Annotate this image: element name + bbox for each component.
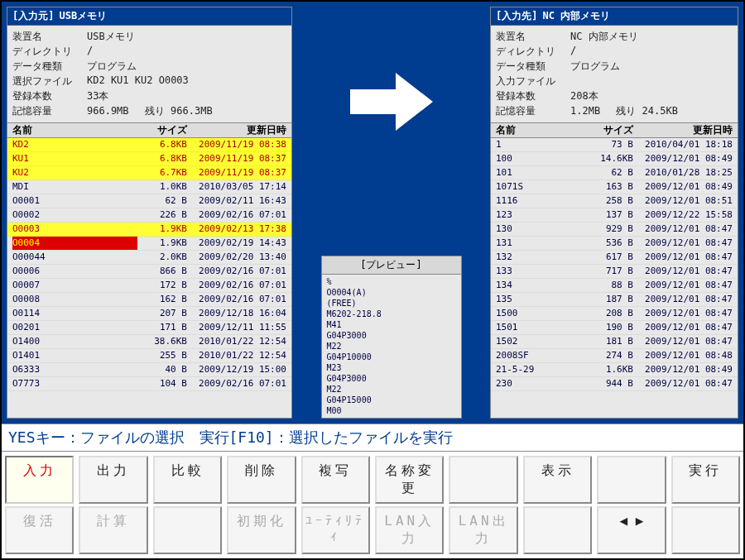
- dest-panel: [入力先] NC 内部メモリ 装置名NC 内部メモリ ディレクトリ/ データ種類…: [490, 7, 738, 419]
- dest-file-row[interactable]: 230944 B2009/12/01 08:47: [491, 377, 738, 391]
- fkey-blank: [523, 506, 592, 554]
- source-file-row[interactable]: MDI1.0KB2010/03/05 17:14: [7, 180, 291, 194]
- svg-marker-0: [350, 73, 433, 131]
- fkey-複写[interactable]: 複写: [301, 456, 370, 504]
- fkey-削除[interactable]: 削除: [227, 456, 296, 504]
- source-file-row[interactable]: O00031.9KB2009/02/13 17:38: [7, 223, 291, 237]
- dest-file-row[interactable]: 123137 B2009/12/22 15:58: [491, 208, 738, 223]
- fkey-表示[interactable]: 表示: [523, 456, 592, 504]
- fkey-LAN出力[interactable]: LAN出力: [449, 506, 517, 554]
- dest-file-row[interactable]: 1501190 B2009/12/01 08:47: [491, 321, 738, 335]
- dest-file-row[interactable]: 1502181 B2009/12/01 08:47: [491, 335, 738, 349]
- source-file-row[interactable]: O0114207 B2009/12/18 16:04: [7, 307, 291, 321]
- source-file-row[interactable]: O0002226 B2009/02/16 07:01: [7, 208, 291, 223]
- fkey-出力[interactable]: 出力: [79, 456, 147, 504]
- main-area: [入力元] USBメモリ 装置名USBメモリ ディレクトリ/ データ種類プログラ…: [2, 2, 743, 424]
- fkey-入力[interactable]: 入力: [5, 456, 74, 504]
- preview-body: %O0004(A)(FREE)M6202-218.8M41G04P3000M22…: [322, 275, 461, 418]
- preview-title: [プレビュー]: [322, 256, 461, 275]
- transfer-arrow-icon: [350, 73, 433, 133]
- dest-file-row[interactable]: 135187 B2009/12/01 08:47: [491, 293, 738, 307]
- center-column: [プレビュー] %O0004(A)(FREE)M6202-218.8M41G04…: [297, 7, 485, 419]
- dest-file-row[interactable]: 1500208 B2009/12/01 08:47: [491, 307, 738, 321]
- fkey-blank: [153, 506, 222, 554]
- source-title-label: USBメモリ: [59, 9, 107, 23]
- dest-file-row[interactable]: 173 B2010/04/01 18:18: [491, 138, 738, 152]
- fkey-実行[interactable]: 実行: [671, 456, 740, 504]
- fkeys-row2: 復活計算初期化ﾕｰﾃｨﾘﾃｨLAN入力LAN出力◀ ▶: [5, 506, 740, 554]
- source-meta: 装置名USBメモリ ディレクトリ/ データ種類プログラム 選択ファイルKD2 K…: [7, 26, 291, 122]
- fkey-blank: [671, 506, 740, 554]
- dest-file-row[interactable]: 10014.6KB2009/12/01 08:49: [491, 152, 738, 166]
- source-file-row[interactable]: KU16.8KB2009/11/19 08:37: [7, 152, 291, 166]
- source-file-row[interactable]: O0201171 B2009/12/11 11:55: [7, 321, 291, 335]
- fkey-初期化[interactable]: 初期化: [227, 506, 296, 554]
- fkeys-row1: 入力出力比較削除複写名称変更表示実行: [5, 456, 740, 504]
- dest-file-row[interactable]: 1071S163 B2009/12/01 08:49: [491, 180, 738, 194]
- dest-file-row[interactable]: 131536 B2009/12/01 08:47: [491, 237, 738, 251]
- dest-meta: 装置名NC 内部メモリ ディレクトリ/ データ種類プログラム 入力ファイル 登録…: [491, 26, 738, 122]
- dest-rows[interactable]: 173 B2010/04/01 18:1810014.6KB2009/12/01…: [491, 138, 738, 418]
- fkey-計算[interactable]: 計算: [79, 506, 147, 554]
- source-panel: [入力元] USBメモリ 装置名USBメモリ ディレクトリ/ データ種類プログラ…: [7, 7, 292, 419]
- function-keys: 入力出力比較削除複写名称変更表示実行 復活計算初期化ﾕｰﾃｨﾘﾃｨLAN入力LA…: [2, 452, 743, 558]
- dest-file-row[interactable]: 133717 B2009/12/01 08:47: [491, 265, 738, 279]
- dest-file-row[interactable]: 21-5-291.6KB2009/12/01 08:49: [491, 363, 738, 377]
- source-file-row[interactable]: O7773104 B2009/02/16 07:01: [7, 377, 291, 391]
- dest-list-header: 名前 サイズ 更新日時: [491, 122, 738, 138]
- source-file-row[interactable]: O1401255 B2010/01/22 12:54: [7, 349, 291, 363]
- preview-panel: [プレビュー] %O0004(A)(FREE)M6202-218.8M41G04…: [321, 256, 462, 419]
- fkey-比較[interactable]: 比較: [153, 456, 222, 504]
- dest-title: [入力先] NC 内部メモリ: [491, 7, 738, 26]
- source-list-header: 名前 サイズ 更新日時: [7, 122, 291, 138]
- dest-title-bracket: [入力先]: [496, 9, 537, 23]
- fkey-blank: [449, 456, 517, 504]
- fkey-◀ ▶[interactable]: ◀ ▶: [597, 506, 666, 554]
- fkey-名称変更[interactable]: 名称変更: [375, 456, 444, 504]
- dest-file-row[interactable]: 10162 B2010/01/28 18:25: [491, 166, 738, 180]
- fkey-LAN入力[interactable]: LAN入力: [375, 506, 444, 554]
- source-file-row[interactable]: KU26.7KB2009/11/19 08:37: [7, 166, 291, 180]
- dest-file-row[interactable]: 1116258 B2009/12/01 08:51: [491, 194, 738, 208]
- source-file-row[interactable]: O140038.6KB2010/01/22 12:54: [7, 335, 291, 349]
- source-title-bracket: [入力元]: [12, 9, 54, 23]
- source-file-row[interactable]: O0007172 B2009/02/16 07:01: [7, 279, 291, 293]
- source-file-row[interactable]: O0008162 B2009/02/16 07:01: [7, 293, 291, 307]
- dest-file-row[interactable]: 130929 B2009/12/01 08:47: [491, 223, 738, 237]
- fkey-復活[interactable]: 復活: [5, 506, 74, 554]
- fkey-ﾕｰﾃｨﾘﾃｨ[interactable]: ﾕｰﾃｨﾘﾃｨ: [301, 506, 370, 554]
- dest-title-label: NC 内部メモリ: [542, 9, 610, 23]
- source-file-row[interactable]: O633340 B2009/12/19 15:00: [7, 363, 291, 377]
- source-rows[interactable]: KD26.8KB2009/11/19 08:38KU16.8KB2009/11/…: [7, 138, 291, 418]
- source-file-row[interactable]: O000162 B2009/02/11 16:43: [7, 194, 291, 208]
- source-file-row[interactable]: O0006866 B2009/02/16 07:01: [7, 265, 291, 279]
- message-bar: YESキー：ファイルの選択 実行[F10]：選択したファイルを実行: [2, 424, 743, 452]
- source-title: [入力元] USBメモリ: [7, 7, 291, 26]
- dest-file-row[interactable]: 132617 B2009/12/01 08:47: [491, 251, 738, 265]
- source-file-row[interactable]: O00041.9KB2009/02/19 14:43: [7, 237, 291, 251]
- source-file-row[interactable]: O000442.0KB2009/02/20 13:40: [7, 251, 291, 265]
- dest-file-row[interactable]: 13488 B2009/12/01 08:47: [491, 279, 738, 293]
- source-file-row[interactable]: KD26.8KB2009/11/19 08:38: [7, 138, 291, 152]
- dest-file-row[interactable]: 2008SF274 B2009/12/01 08:48: [491, 349, 738, 363]
- fkey-blank: [597, 456, 666, 504]
- nc-file-transfer-screen: [入力元] USBメモリ 装置名USBメモリ ディレクトリ/ データ種類プログラ…: [0, 0, 745, 560]
